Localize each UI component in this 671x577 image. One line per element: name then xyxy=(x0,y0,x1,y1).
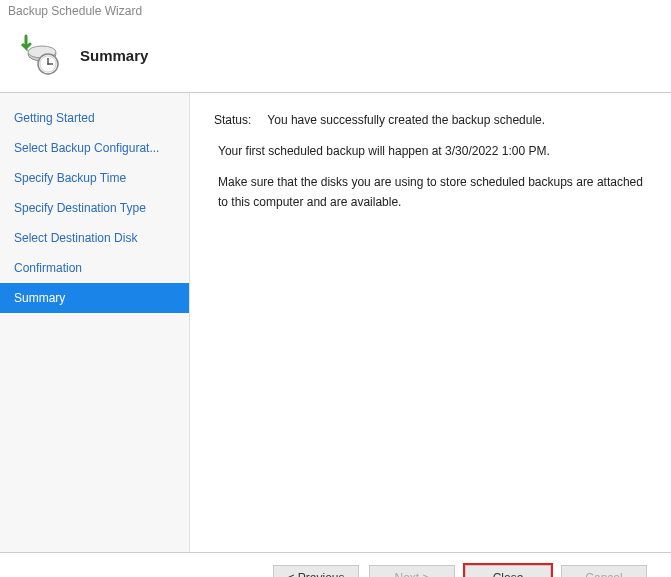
sidebar-item-getting-started[interactable]: Getting Started xyxy=(0,103,189,133)
sidebar-item-label: Specify Destination Type xyxy=(14,201,146,215)
next-button: Next > xyxy=(369,565,455,577)
sidebar-item-label: Select Destination Disk xyxy=(14,231,137,245)
page-title: Summary xyxy=(80,47,148,64)
disk-warning-text: Make sure that the disks you are using t… xyxy=(218,173,647,211)
sidebar-item-select-backup-config[interactable]: Select Backup Configurat... xyxy=(0,133,189,163)
sidebar-item-label: Select Backup Configurat... xyxy=(14,141,159,155)
sidebar-item-label: Specify Backup Time xyxy=(14,171,126,185)
wizard-content: Status: You have successfully created th… xyxy=(190,93,671,552)
wizard-body: Getting Started Select Backup Configurat… xyxy=(0,93,671,552)
sidebar-item-specify-backup-time[interactable]: Specify Backup Time xyxy=(0,163,189,193)
cancel-button: Cancel xyxy=(561,565,647,577)
sidebar-item-label: Confirmation xyxy=(14,261,82,275)
window-title: Backup Schedule Wizard xyxy=(8,4,142,18)
schedule-time-text: Your first scheduled backup will happen … xyxy=(218,142,647,161)
wizard-footer: < Previous Next > Close Cancel xyxy=(0,552,671,577)
status-text: You have successfully created the backup… xyxy=(267,111,545,130)
status-label: Status: xyxy=(214,111,251,130)
svg-point-6 xyxy=(47,63,49,65)
previous-button[interactable]: < Previous xyxy=(273,565,359,577)
window-titlebar: Backup Schedule Wizard xyxy=(0,0,671,24)
wizard-header: Summary xyxy=(0,24,671,93)
sidebar-item-label: Summary xyxy=(14,291,65,305)
sidebar-item-summary[interactable]: Summary xyxy=(0,283,189,313)
close-button[interactable]: Close xyxy=(465,565,551,577)
sidebar-item-specify-destination-type[interactable]: Specify Destination Type xyxy=(0,193,189,223)
sidebar-item-select-destination-disk[interactable]: Select Destination Disk xyxy=(0,223,189,253)
status-row: Status: You have successfully created th… xyxy=(214,111,647,130)
sidebar-item-label: Getting Started xyxy=(14,111,95,125)
sidebar-item-confirmation[interactable]: Confirmation xyxy=(0,253,189,283)
wizard-steps-sidebar: Getting Started Select Backup Configurat… xyxy=(0,93,190,552)
backup-wizard-icon xyxy=(20,34,62,76)
